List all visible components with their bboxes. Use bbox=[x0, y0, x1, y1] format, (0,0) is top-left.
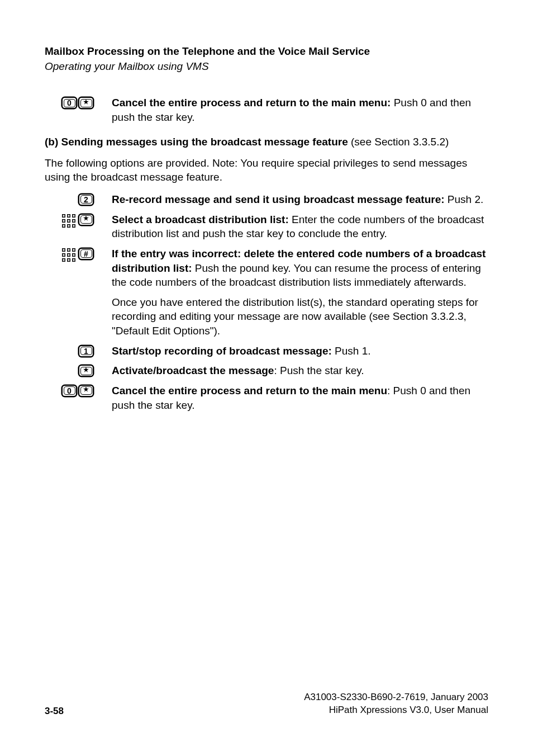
row-icon-col-2: ★ bbox=[78, 212, 112, 226]
instruction-row: 2Re-record message and send it using bro… bbox=[45, 192, 488, 207]
row-icon-col-1 bbox=[45, 247, 78, 264]
footer-docname: HiPath Xpressions V3.0, User Manual bbox=[304, 704, 488, 717]
row-text: Cancel the entire process and return to … bbox=[112, 96, 488, 124]
key-2-icon: 2 bbox=[78, 193, 94, 206]
row-icon-col-2: ★ bbox=[78, 96, 112, 109]
instruction-row: ★Activate/broadcast the message: Push th… bbox=[45, 363, 488, 378]
row-rest-text: Push 2. bbox=[445, 193, 484, 205]
footer-page-number: 3-58 bbox=[45, 706, 64, 717]
row-text: Activate/broadcast the message: Push the… bbox=[112, 363, 488, 378]
row-icon-col-2: 2 bbox=[78, 192, 112, 206]
row-icon-col-2: ★ bbox=[78, 384, 112, 397]
svg-rect-33 bbox=[63, 259, 65, 261]
svg-rect-11 bbox=[73, 215, 75, 216]
svg-rect-12 bbox=[63, 220, 65, 221]
svg-rect-13 bbox=[68, 220, 70, 221]
svg-rect-15 bbox=[63, 225, 65, 226]
key-hash-icon: # bbox=[78, 248, 94, 260]
svg-rect-10 bbox=[68, 215, 70, 216]
row-text: Start/stop recording of broadcast messag… bbox=[112, 344, 488, 358]
row-bold-text: Select a broadcast distribution list: bbox=[112, 214, 289, 225]
row-icon-col-2: ★ bbox=[78, 363, 112, 377]
intro-paragraph: The following options are provided. Note… bbox=[45, 156, 488, 185]
row-icon-col-2: # bbox=[78, 247, 112, 260]
row-text: Cancel the entire process and return to … bbox=[112, 384, 488, 412]
svg-rect-30 bbox=[63, 254, 65, 256]
svg-rect-34 bbox=[68, 259, 70, 261]
footer-docid: A31003-S2330-B690-2-7619, January 2003 bbox=[304, 691, 488, 704]
row-bold-text: Start/stop recording of broadcast messag… bbox=[112, 345, 332, 357]
row-icon-col-1: 0 bbox=[45, 96, 78, 109]
svg-rect-35 bbox=[73, 259, 75, 261]
row-icon-col-1 bbox=[45, 363, 78, 365]
key-0-icon: 0 bbox=[61, 385, 77, 397]
key-star-icon: ★ bbox=[78, 97, 94, 109]
key-star-icon: ★ bbox=[78, 214, 94, 226]
svg-rect-31 bbox=[68, 254, 70, 256]
svg-rect-16 bbox=[68, 225, 70, 226]
instruction-row: #If the entry was incorrect: delete the … bbox=[45, 247, 488, 290]
page-footer: 3-58 A31003-S2330-B690-2-7619, January 2… bbox=[45, 691, 488, 717]
subheading-rest: (see Section 3.3.5.2) bbox=[348, 136, 449, 148]
row-bold-text: Activate/broadcast the message bbox=[112, 365, 274, 376]
svg-rect-32 bbox=[73, 254, 75, 256]
row-text: Select a broadcast distribution list: En… bbox=[112, 212, 488, 241]
key-star-icon: ★ bbox=[78, 365, 94, 377]
row-icon-col-2: 1 bbox=[78, 344, 112, 357]
key-1-icon: 1 bbox=[78, 345, 94, 357]
row-text: Re-record message and send it using broa… bbox=[112, 192, 488, 207]
svg-rect-9 bbox=[63, 215, 65, 216]
row-icon-col-1: 0 bbox=[45, 384, 78, 397]
svg-rect-27 bbox=[63, 249, 65, 251]
svg-rect-28 bbox=[68, 249, 70, 251]
row-bold-text: Cancel the entire process and return to … bbox=[112, 385, 387, 396]
page-header-subtitle: Operating your Mailbox using VMS bbox=[45, 60, 488, 74]
keypad-icon bbox=[61, 214, 76, 230]
instruction-row: ★Select a broadcast distribution list: E… bbox=[45, 212, 488, 241]
extra-paragraph: Once you have entered the distribution l… bbox=[112, 295, 488, 338]
row-icon-col-1 bbox=[45, 344, 78, 345]
svg-rect-17 bbox=[73, 225, 75, 226]
svg-rect-29 bbox=[73, 249, 75, 251]
row-rest-text: : Push the star key. bbox=[274, 365, 364, 376]
row-bold-text: Cancel the entire process and return to … bbox=[112, 97, 391, 108]
key-star-icon: ★ bbox=[78, 385, 94, 397]
instruction-row: 1Start/stop recording of broadcast messa… bbox=[45, 344, 488, 358]
subheading: (b) Sending messages using the broadcast… bbox=[45, 136, 488, 148]
subheading-bold: (b) Sending messages using the broadcast… bbox=[45, 136, 348, 148]
keypad-icon bbox=[61, 248, 76, 264]
page-header-title: Mailbox Processing on the Telephone and … bbox=[45, 45, 488, 59]
svg-rect-14 bbox=[73, 220, 75, 221]
row-icon-col-1 bbox=[45, 192, 78, 193]
row-icon-col-1 bbox=[45, 212, 78, 230]
instruction-row: 0★Cancel the entire process and return t… bbox=[45, 384, 488, 412]
row-bold-text: Re-record message and send it using broa… bbox=[112, 193, 445, 205]
instruction-row: 0★Cancel the entire process and return t… bbox=[45, 96, 488, 124]
row-rest-text: Push 1. bbox=[332, 345, 371, 357]
row-text: If the entry was incorrect: delete the e… bbox=[112, 247, 488, 290]
key-0-icon: 0 bbox=[61, 97, 77, 109]
